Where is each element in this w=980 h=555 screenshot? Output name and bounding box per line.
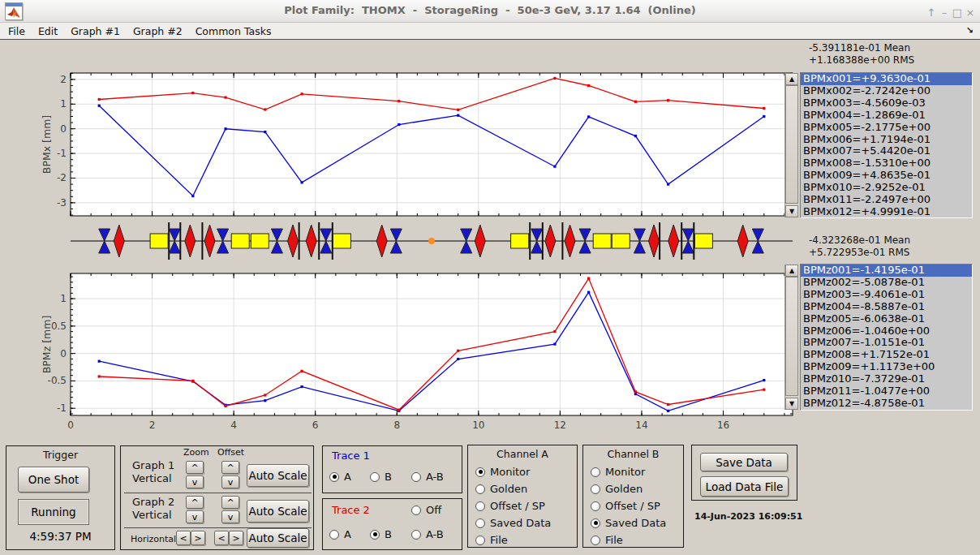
svg-text:14: 14 <box>635 419 647 431</box>
list-item[interactable]: BPMz004=-8.5887e-01 <box>801 301 972 313</box>
horizontal-auto-scale-button[interactable]: Auto Scale <box>247 528 309 548</box>
list-item[interactable]: BPMz012=-4.8758e-01 <box>801 398 972 410</box>
list-item[interactable]: BPMx002=-2.7242e+00 <box>801 85 972 97</box>
bpmz-listbox[interactable]: BPMz001=-1.4195e-01BPMz002=-5.0878e-01BP… <box>800 264 973 411</box>
list-item[interactable]: BPMz005=-6.0638e-01 <box>801 313 972 325</box>
list-item[interactable]: BPMz002=-5.0878e-01 <box>801 277 972 289</box>
graph2-offset-up-button[interactable]: ^ <box>221 496 239 509</box>
save-data-button[interactable]: Save Data <box>700 453 788 471</box>
graph1-zoom-up-button[interactable]: ^ <box>186 461 204 474</box>
trace2-radio-b[interactable]: B <box>370 528 392 540</box>
radio-file[interactable]: File <box>475 531 551 549</box>
zoom-offset-panel: Zoom Offset Graph 1 Vertical ^ v ^ v Aut… <box>120 445 314 550</box>
svg-text:8: 8 <box>393 419 400 431</box>
radio-monitor[interactable]: Monitor <box>591 463 666 480</box>
bpmx-listbox[interactable]: BPMx001=+9.3630e-01BPMx002=-2.7242e+00BP… <box>800 72 973 218</box>
horizontal-zoom-right-button[interactable]: > <box>191 531 205 545</box>
svg-text:0: 0 <box>60 348 67 359</box>
svg-text:1: 1 <box>60 98 67 110</box>
radio-offset-sp[interactable]: Offset / SP <box>591 497 666 514</box>
trace1-title: Trace 1 <box>332 450 370 462</box>
trace1-radio-a-b[interactable]: A-B <box>411 471 444 483</box>
list-item[interactable]: BPMx005=-2.1775e+00 <box>801 122 972 134</box>
dipole-magnet <box>668 225 679 257</box>
radio-golden[interactable]: Golden <box>591 480 666 497</box>
scroll-thumb[interactable] <box>785 277 798 396</box>
graph2-auto-scale-button[interactable]: Auto Scale <box>247 500 309 523</box>
list-item[interactable]: BPMx001=+9.3630e-01 <box>801 73 972 85</box>
scroll-thumb[interactable] <box>785 85 798 204</box>
scroll-down-icon[interactable]: ▼ <box>785 398 798 410</box>
list-item[interactable]: BPMx007=+5.4420e-01 <box>801 145 972 157</box>
list-item[interactable]: BPMz010=-7.3729e-01 <box>801 373 972 385</box>
svg-text:BPMz [mm]: BPMz [mm] <box>41 316 53 374</box>
graph2-zoom-up-button[interactable]: ^ <box>186 496 204 509</box>
radio-file[interactable]: File <box>591 531 666 549</box>
scroll-up-icon[interactable]: ▲ <box>785 73 798 85</box>
list-item[interactable]: BPMx008=-1.5310e+00 <box>801 157 972 170</box>
scroll-down-icon[interactable]: ▼ <box>785 205 798 217</box>
horizontal-zoom-left-button[interactable]: < <box>176 531 191 545</box>
dipole-magnet <box>545 225 556 257</box>
close-icon[interactable]: × <box>964 6 977 19</box>
radio-icon <box>329 530 339 540</box>
list-item[interactable]: BPMx009=+4.8635e-01 <box>801 170 972 182</box>
bpmz-plot: -1-0.500.510246810121416BPMz [mm] <box>32 269 795 432</box>
list-item[interactable]: BPMz009=+1.1173e+00 <box>801 361 972 373</box>
svg-text:2: 2 <box>60 74 67 85</box>
radio-saved-data[interactable]: Saved Data <box>591 514 666 531</box>
menu-item-graph-2[interactable]: Graph #2 <box>127 24 189 38</box>
graph1-auto-scale-button[interactable]: Auto Scale <box>247 464 309 487</box>
dipole-magnet <box>185 225 196 257</box>
dock-figure-icon[interactable]: ↘ <box>966 25 974 36</box>
horizontal-offset-left-button[interactable]: < <box>214 531 229 545</box>
radio-saved-data[interactable]: Saved Data <box>475 514 551 531</box>
trace1-radio-b[interactable]: B <box>370 471 392 483</box>
radio-offset-sp[interactable]: Offset / SP <box>475 497 551 514</box>
corrector-magnet <box>150 234 168 248</box>
trace2-radio-a-b[interactable]: A-B <box>411 528 444 540</box>
radio-label: A <box>344 471 351 483</box>
list-item[interactable]: BPMz003=-9.4061e-01 <box>801 289 972 301</box>
dipole-magnet <box>475 225 485 257</box>
graph1-zoom-down-button[interactable]: v <box>186 475 204 488</box>
minimize-icon[interactable]: – <box>938 6 951 19</box>
trace2-radio-a[interactable]: A <box>329 528 351 540</box>
list-item[interactable]: BPMx012=+4.9991e-01 <box>801 206 972 218</box>
menu-item-file[interactable]: File <box>2 24 32 38</box>
graph1-offset-down-button[interactable]: v <box>221 475 239 488</box>
list-item[interactable]: BPMz011=-1.0477e+00 <box>801 385 972 398</box>
list-item[interactable]: BPMz008=+1.7152e-01 <box>801 349 972 361</box>
trace2-radio-off[interactable]: Off <box>411 504 441 516</box>
list-item[interactable]: BPMx011=-2.2497e+00 <box>801 194 972 206</box>
bpmz-mean: -4.323268e-01 Mean <box>809 234 910 247</box>
graph2-offset-down-button[interactable]: v <box>221 510 239 523</box>
menu-item-edit[interactable]: Edit <box>32 24 64 38</box>
menu-item-graph-1[interactable]: Graph #1 <box>64 24 127 38</box>
list-item[interactable]: BPMx003=-4.5609e-03 <box>801 97 972 110</box>
scroll-up-icon[interactable]: ▲ <box>785 265 798 277</box>
horizontal-offset-right-button[interactable]: > <box>229 531 243 545</box>
trace2-title: Trace 2 <box>332 504 370 516</box>
trace1-radio-a[interactable]: A <box>329 471 351 483</box>
channel-a-panel: Channel A MonitorGoldenOffset / SPSaved … <box>467 445 578 548</box>
list-item[interactable]: BPMx010=-2.9252e-01 <box>801 182 972 194</box>
list-item[interactable]: BPMz006=-1.0460e+00 <box>801 325 972 338</box>
menu-item-common-tasks[interactable]: Common Tasks <box>189 24 278 38</box>
radio-golden[interactable]: Golden <box>475 480 551 497</box>
float-icon[interactable]: ↑ <box>925 6 938 19</box>
graph2-zoom-down-button[interactable]: v <box>186 510 204 523</box>
bpmz-scrollbar[interactable]: ▲ ▼ <box>784 265 799 410</box>
maximize-icon[interactable]: □ <box>951 6 964 19</box>
load-data-file-button[interactable]: Load Data File <box>700 476 789 497</box>
bpmx-scrollbar[interactable]: ▲ ▼ <box>784 73 799 217</box>
bpmz-rms: +5.722953e-01 RMS <box>809 247 910 259</box>
list-item[interactable]: BPMz007=-1.0151e-01 <box>801 337 972 349</box>
list-item[interactable]: BPMx006=+1.7194e-01 <box>801 134 972 146</box>
svg-text:-1: -1 <box>57 402 67 414</box>
graph1-offset-up-button[interactable]: ^ <box>221 461 239 474</box>
one-shot-button[interactable]: One Shot <box>18 467 89 493</box>
list-item[interactable]: BPMz001=-1.4195e-01 <box>801 265 972 277</box>
list-item[interactable]: BPMx004=-1.2869e-01 <box>801 110 972 122</box>
radio-monitor[interactable]: Monitor <box>475 463 551 480</box>
